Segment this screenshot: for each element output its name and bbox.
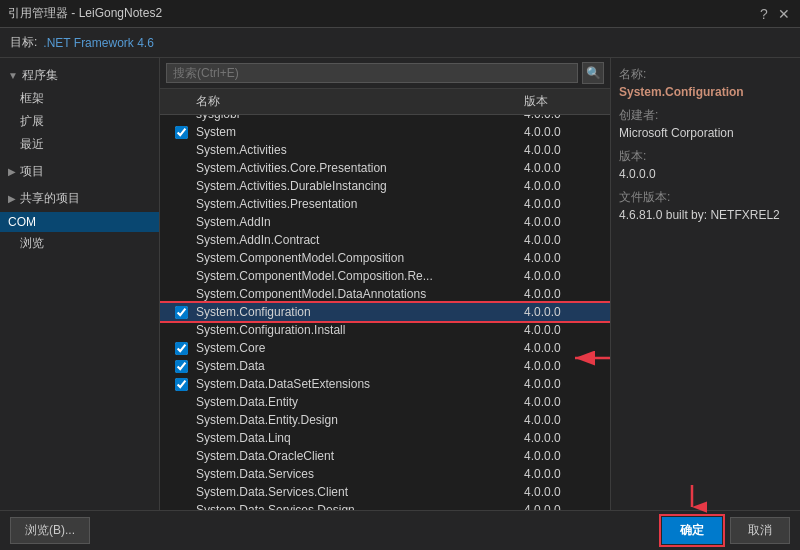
- cancel-button[interactable]: 取消: [730, 517, 790, 544]
- row-name: System.Activities.DurableInstancing: [196, 179, 524, 193]
- shared-label: 共享的项目: [20, 190, 80, 207]
- table-row[interactable]: System.Activities.Core.Presentation4.0.0…: [160, 159, 610, 177]
- row-version: 4.0.0.0: [524, 377, 604, 391]
- row-name: System.Data: [196, 359, 524, 373]
- table-row[interactable]: System.Data.OracleClient4.0.0.0: [160, 447, 610, 465]
- row-name: System.ComponentModel.Composition: [196, 251, 524, 265]
- row-name: System.Data.Services: [196, 467, 524, 481]
- help-button[interactable]: ?: [756, 6, 772, 22]
- title-bar-title: 引用管理器 - LeiGongNotes2: [8, 5, 162, 22]
- table-row[interactable]: System.Data.Linq4.0.0.0: [160, 429, 610, 447]
- row-name: System.ComponentModel.DataAnnotations: [196, 287, 524, 301]
- row-name: System.Core: [196, 341, 524, 355]
- projects-header[interactable]: ▶ 项目: [0, 160, 159, 183]
- row-version: 4.0.0.0: [524, 143, 604, 157]
- table-row[interactable]: sysglobl4.0.0.0: [160, 115, 610, 123]
- row-checkbox[interactable]: [175, 342, 188, 355]
- row-name: System.AddIn.Contract: [196, 233, 524, 247]
- version-col-header: 版本: [524, 93, 604, 110]
- table-row[interactable]: System.Configuration4.0.0.0: [160, 303, 610, 321]
- row-version: 4.0.0.0: [524, 215, 604, 229]
- row-version: 4.0.0.0: [524, 115, 604, 121]
- table-row[interactable]: System4.0.0.0: [160, 123, 610, 141]
- table-row[interactable]: System.AddIn.Contract4.0.0.0: [160, 231, 610, 249]
- sidebar-item-framework[interactable]: 框架: [0, 87, 159, 110]
- row-name: System.AddIn: [196, 215, 524, 229]
- assemblies-section: ▼ 程序集 框架 扩展 最近: [0, 62, 159, 158]
- row-version: 4.0.0.0: [524, 467, 604, 481]
- table-row[interactable]: System.Data.Entity.Design4.0.0.0: [160, 411, 610, 429]
- dialog-footer: 浏览(B)... 确定 取消: [0, 510, 800, 550]
- row-checkbox[interactable]: [175, 360, 188, 373]
- row-checkbox-cell: [166, 360, 196, 373]
- table-header: 名称 版本: [160, 89, 610, 115]
- row-name: System.Activities.Presentation: [196, 197, 524, 211]
- left-panel: ▼ 程序集 框架 扩展 最近 ▶ 项目: [0, 58, 160, 510]
- row-name: sysglobl: [196, 115, 524, 121]
- row-version: 4.0.0.0: [524, 287, 604, 301]
- version-label: 版本:: [619, 148, 792, 165]
- row-checkbox[interactable]: [175, 306, 188, 319]
- table-row[interactable]: System.Activities.DurableInstancing4.0.0…: [160, 177, 610, 195]
- row-name: System.Data.Services.Design: [196, 503, 524, 510]
- confirm-button[interactable]: 确定: [662, 517, 722, 544]
- table-row[interactable]: System.Activities.Presentation4.0.0.0: [160, 195, 610, 213]
- sidebar-item-extensions[interactable]: 扩展: [0, 110, 159, 133]
- table-row[interactable]: System.Data.Entity4.0.0.0: [160, 393, 610, 411]
- row-checkbox[interactable]: [175, 126, 188, 139]
- row-name: System.Configuration: [196, 305, 524, 319]
- table-body: ReachFramework4.0.0.0sysglobl4.0.0.0Syst…: [160, 115, 610, 510]
- table-row[interactable]: System.Core4.0.0.0: [160, 339, 610, 357]
- row-version: 4.0.0.0: [524, 323, 604, 337]
- row-version: 4.0.0.0: [524, 125, 604, 139]
- row-checkbox[interactable]: [175, 378, 188, 391]
- search-input[interactable]: [166, 63, 578, 83]
- table-row[interactable]: System.Activities4.0.0.0: [160, 141, 610, 159]
- table-row[interactable]: System.ComponentModel.Composition.Re...4…: [160, 267, 610, 285]
- shared-section: ▶ 共享的项目: [0, 185, 159, 212]
- assemblies-label: 程序集: [22, 67, 58, 84]
- row-name: System.Activities: [196, 143, 524, 157]
- target-value: .NET Framework 4.6: [43, 36, 153, 50]
- table-row[interactable]: System.ComponentModel.Composition4.0.0.0: [160, 249, 610, 267]
- row-name: System.Data.Entity.Design: [196, 413, 524, 427]
- close-button[interactable]: ✕: [776, 6, 792, 22]
- table-row[interactable]: System.AddIn4.0.0.0: [160, 213, 610, 231]
- row-version: 4.0.0.0: [524, 431, 604, 445]
- check-col-header: [166, 93, 196, 110]
- row-checkbox-cell: [166, 342, 196, 355]
- row-name: System.Data.Entity: [196, 395, 524, 409]
- row-checkbox-cell: [166, 378, 196, 391]
- table-row[interactable]: System.Data.Services.Client4.0.0.0: [160, 483, 610, 501]
- table-row[interactable]: System.Data4.0.0.0: [160, 357, 610, 375]
- title-bar-left: 引用管理器 - LeiGongNotes2: [8, 5, 162, 22]
- row-version: 4.0.0.0: [524, 269, 604, 283]
- row-name: System.Data.Linq: [196, 431, 524, 445]
- sidebar-item-browse[interactable]: 浏览: [0, 232, 159, 255]
- row-version: 4.0.0.0: [524, 395, 604, 409]
- search-button[interactable]: 🔍: [582, 62, 604, 84]
- browse-button[interactable]: 浏览(B)...: [10, 517, 90, 544]
- sidebar-item-recent[interactable]: 最近: [0, 133, 159, 156]
- table-row[interactable]: System.Configuration.Install4.0.0.0: [160, 321, 610, 339]
- row-version: 4.0.0.0: [524, 197, 604, 211]
- table-row[interactable]: System.ComponentModel.DataAnnotations4.0…: [160, 285, 610, 303]
- table-row[interactable]: System.Data.DataSetExtensions4.0.0.0: [160, 375, 610, 393]
- row-version: 4.0.0.0: [524, 305, 604, 319]
- table-wrapper: ReachFramework4.0.0.0sysglobl4.0.0.0Syst…: [160, 115, 610, 510]
- search-bar: 🔍: [160, 58, 610, 89]
- row-name: System.Data.Services.Client: [196, 485, 524, 499]
- assemblies-header[interactable]: ▼ 程序集: [0, 64, 159, 87]
- row-name: System.Data.DataSetExtensions: [196, 377, 524, 391]
- row-version: 4.0.0.0: [524, 161, 604, 175]
- row-version: 4.0.0.0: [524, 341, 604, 355]
- table-row[interactable]: System.Data.Services4.0.0.0: [160, 465, 610, 483]
- sidebar-item-com[interactable]: COM: [0, 212, 159, 232]
- shared-chevron: ▶: [8, 193, 16, 204]
- row-version: 4.0.0.0: [524, 251, 604, 265]
- row-version: 4.0.0.0: [524, 413, 604, 427]
- table-row[interactable]: System.Data.Services.Design4.0.0.0: [160, 501, 610, 510]
- shared-header[interactable]: ▶ 共享的项目: [0, 187, 159, 210]
- assemblies-chevron: ▼: [8, 70, 18, 81]
- projects-chevron: ▶: [8, 166, 16, 177]
